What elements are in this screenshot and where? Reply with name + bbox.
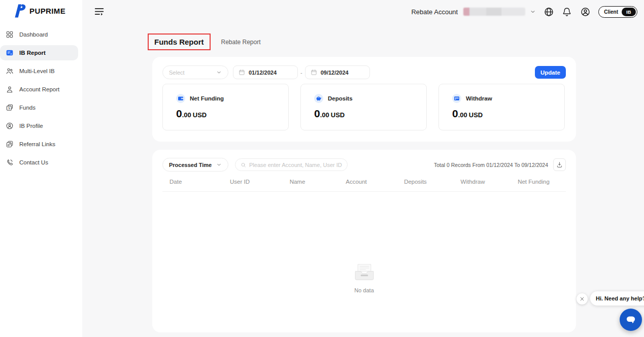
sidebar-item-label: IB Profile <box>19 123 43 129</box>
column-header-name: Name <box>269 179 326 185</box>
account-report-icon <box>6 85 14 93</box>
referral-links-icon <box>6 140 14 148</box>
credit-card-icon <box>452 94 461 103</box>
menu-icon[interactable] <box>94 6 105 17</box>
tab-rebate-report[interactable]: Rebate Report <box>221 39 261 46</box>
empty-state: No data <box>152 262 576 293</box>
filter-row: Select 01/12/2024 - 09/12/2024 Update <box>162 65 566 79</box>
stat-value-frac: .00 <box>320 111 329 119</box>
sidebar-item-label: Contact Us <box>19 159 48 165</box>
chat-bubble-icon <box>624 313 637 326</box>
report-tabs: Funds Report Rebate Report <box>148 33 261 50</box>
date-to-input[interactable]: 09/12/2024 <box>305 65 370 79</box>
column-header-date: Date <box>162 179 211 185</box>
dashboard-icon <box>6 30 14 39</box>
column-header-withdraw: Withdraw <box>444 179 501 185</box>
brand-name: PUPRIME <box>29 7 65 15</box>
sidebar-nav: Dashboard IB Report <box>0 25 82 172</box>
piggy-bank-icon <box>314 94 323 103</box>
sidebar-item-label: Multi-Level IB <box>19 68 55 74</box>
records-panel: Processed Time Total 0 Records From 01/1… <box>152 150 576 332</box>
date-from-value: 01/12/2024 <box>249 70 277 76</box>
chevron-down-icon[interactable] <box>530 9 536 15</box>
client-ib-toggle[interactable]: Client IB <box>598 6 637 18</box>
sidebar-item-ib-report[interactable]: IB Report <box>0 45 78 60</box>
svg-text:$: $ <box>8 106 10 110</box>
toggle-ib-pill[interactable]: IB <box>622 8 636 16</box>
chat-close-button[interactable] <box>577 293 588 305</box>
globe-icon[interactable] <box>544 7 554 17</box>
search-input[interactable] <box>249 162 342 168</box>
sidebar-item-label: Referral Links <box>19 141 55 147</box>
sidebar-item-multi-level-ib[interactable]: Multi-Level IB <box>0 62 78 80</box>
chat-launcher-button[interactable] <box>620 309 642 331</box>
bell-icon[interactable] <box>562 7 572 17</box>
records-summary: Total 0 Records From 01/12/2024 To 09/12… <box>434 162 548 168</box>
date-from-input[interactable]: 01/12/2024 <box>233 65 298 79</box>
stat-currency: USD <box>331 111 345 119</box>
report-icon <box>6 49 14 57</box>
brand-logo: PUPRIME <box>14 4 65 18</box>
stat-value-int: 0 <box>452 108 458 119</box>
update-button[interactable]: Update <box>535 66 566 79</box>
date-to-value: 09/12/2024 <box>321 70 349 76</box>
stat-value: 0.00USD <box>452 108 564 120</box>
sidebar: PUPRIME Dashboard <box>0 0 82 337</box>
account-select[interactable]: Select <box>162 65 228 79</box>
column-header-user-id: User ID <box>211 179 269 185</box>
select-placeholder: Select <box>169 70 185 76</box>
wallet-icon <box>176 94 185 103</box>
download-button[interactable] <box>553 158 566 171</box>
funds-summary-panel: Select 01/12/2024 - 09/12/2024 Update <box>152 57 576 142</box>
multi-level-icon <box>6 67 14 75</box>
app-root: PUPRIME Dashboard <box>0 0 644 337</box>
stat-value: 0.00USD <box>314 108 426 120</box>
sort-select-value: Processed Time <box>169 162 212 168</box>
calendar-icon <box>311 69 317 76</box>
empty-box-icon <box>353 262 376 282</box>
stat-card-deposits: Deposits 0.00USD <box>300 84 427 130</box>
table-header-row: Date User ID Name Account Deposits Withd… <box>162 179 566 192</box>
header-actions: Rebate Account Client IB <box>411 5 637 18</box>
search-box[interactable] <box>235 158 348 171</box>
sidebar-item-contact-us[interactable]: Contact Us <box>0 153 78 172</box>
stat-value-int: 0 <box>176 108 182 119</box>
user-icon[interactable] <box>580 7 591 17</box>
calendar-icon <box>239 69 245 76</box>
stat-value-frac: .00 <box>458 111 467 119</box>
sidebar-item-account-report[interactable]: Account Report <box>0 80 78 98</box>
table-toolbar: Processed Time Total 0 Records From 01/1… <box>162 158 566 172</box>
stat-value-frac: .00 <box>182 111 191 119</box>
column-header-account: Account <box>326 179 387 185</box>
column-header-net-funding: Net Funding <box>501 179 566 185</box>
sidebar-item-dashboard[interactable]: Dashboard <box>0 25 78 44</box>
stat-card-net-funding: Net Funding 0.00USD <box>162 84 289 130</box>
stat-value: 0.00USD <box>176 108 288 120</box>
stat-label: Withdraw <box>466 95 492 102</box>
sidebar-item-funds[interactable]: $ Funds <box>0 98 78 117</box>
profile-icon <box>6 122 14 130</box>
stat-value-int: 0 <box>314 108 320 119</box>
sort-select[interactable]: Processed Time <box>162 158 228 172</box>
stat-label: Net Funding <box>190 95 224 102</box>
empty-text: No data <box>152 287 576 293</box>
sidebar-item-label: Funds <box>19 105 36 111</box>
column-header-deposits: Deposits <box>387 179 444 185</box>
sidebar-item-referral-links[interactable]: Referral Links <box>0 135 78 153</box>
sidebar-item-label: IB Report <box>19 50 46 56</box>
chat-tooltip[interactable]: Hi. Need any help? <box>590 291 644 306</box>
sidebar-item-label: Dashboard <box>19 31 48 38</box>
rebate-account-value-redacted[interactable] <box>463 8 525 16</box>
toggle-client-label[interactable]: Client <box>604 9 618 15</box>
tab-funds-report[interactable]: Funds Report <box>148 33 211 50</box>
stat-label: Deposits <box>328 95 353 102</box>
date-range-separator: - <box>300 70 302 76</box>
sidebar-item-ib-profile[interactable]: IB Profile <box>0 117 78 135</box>
search-icon <box>241 162 246 168</box>
chevron-down-icon <box>216 162 222 167</box>
x-icon <box>580 296 585 301</box>
download-icon <box>556 161 563 168</box>
puprime-logo-icon <box>14 4 26 18</box>
stat-currency: USD <box>469 111 483 119</box>
sidebar-item-label: Account Report <box>19 86 59 92</box>
